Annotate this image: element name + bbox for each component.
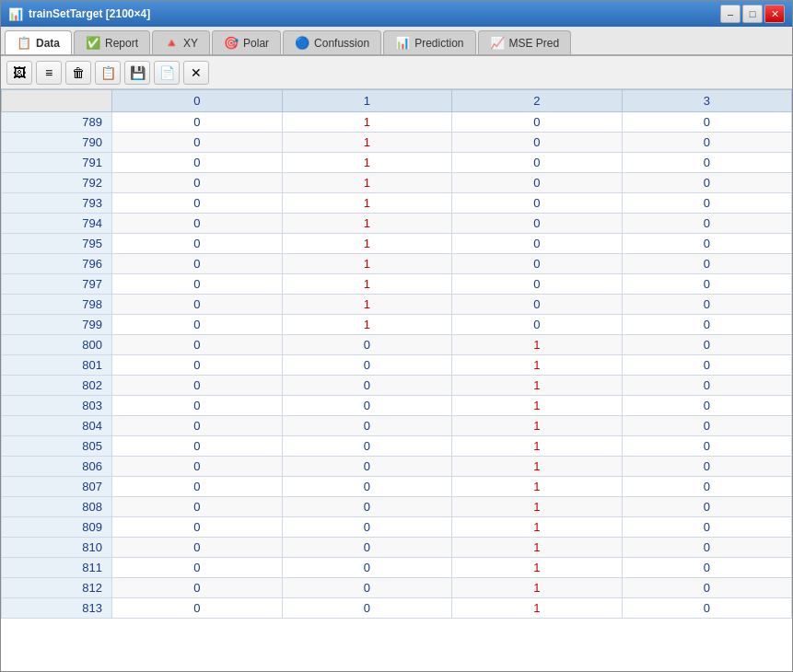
- cell-col-3: 0: [622, 133, 792, 153]
- mse-pred-tab-icon: 📈: [490, 36, 505, 50]
- cell-col-0: 0: [112, 234, 283, 254]
- toolbar-image-btn[interactable]: 🖼: [6, 61, 32, 85]
- toolbar-export-btn[interactable]: 📄: [154, 61, 180, 85]
- row-index: 804: [2, 416, 112, 436]
- cell-col-3: 0: [622, 517, 792, 538]
- cell-col-1: 0: [282, 457, 452, 477]
- cell-col-3: 0: [622, 153, 792, 173]
- toolbar-copy-btn[interactable]: 📋: [95, 61, 121, 85]
- cell-col-0: 0: [112, 355, 283, 376]
- table-row: 7920100: [2, 173, 792, 193]
- toolbar-save-btn[interactable]: 💾: [124, 61, 150, 85]
- cell-col-0: 0: [112, 396, 283, 416]
- cell-col-0: 0: [112, 538, 283, 558]
- tab-polar[interactable]: 🎯 Polar: [212, 30, 281, 54]
- table-row: 7900100: [2, 133, 792, 153]
- table-row: 8100010: [2, 538, 792, 558]
- table-row: 8040010: [2, 416, 792, 436]
- cell-col-0: 0: [112, 517, 283, 538]
- cell-col-2: 1: [452, 355, 623, 376]
- cell-col-0: 0: [112, 193, 283, 214]
- cell-col-1: 0: [282, 517, 452, 538]
- cell-col-3: 0: [622, 193, 792, 214]
- toolbar-close-btn[interactable]: ✕: [183, 61, 209, 85]
- cell-col-0: 0: [112, 112, 283, 133]
- cell-col-3: 0: [622, 295, 792, 315]
- tab-mse-pred[interactable]: 📈 MSE Pred: [478, 30, 572, 54]
- cell-col-0: 0: [112, 477, 283, 497]
- cell-col-2: 1: [452, 517, 623, 538]
- cell-col-3: 0: [622, 558, 792, 578]
- window-title: trainSetTarget [2100×4]: [29, 7, 150, 20]
- toolbar: 🖼 ≡ 🗑 📋 💾 📄 ✕: [1, 56, 792, 89]
- cell-col-3: 0: [622, 173, 792, 193]
- cell-col-3: 0: [622, 477, 792, 497]
- table-row: 7990100: [2, 315, 792, 335]
- prediction-tab-label: Prediction: [414, 37, 463, 50]
- cell-col-0: 0: [112, 133, 283, 153]
- cell-col-0: 0: [112, 558, 283, 578]
- row-index: 813: [2, 598, 112, 619]
- title-bar: 📊 trainSetTarget [2100×4] – □ ✕: [1, 1, 792, 27]
- col-header-index: [2, 90, 112, 112]
- table-row: 7980100: [2, 295, 792, 315]
- cell-col-1: 1: [282, 274, 452, 295]
- row-index: 806: [2, 457, 112, 477]
- row-index: 810: [2, 538, 112, 558]
- title-buttons: – □ ✕: [720, 5, 785, 23]
- tab-report[interactable]: ✅ Report: [74, 30, 150, 54]
- table-row: 8120010: [2, 578, 792, 598]
- maximize-button[interactable]: □: [742, 5, 763, 23]
- cell-col-3: 0: [622, 436, 792, 457]
- cell-col-2: 1: [452, 477, 623, 497]
- row-index: 805: [2, 436, 112, 457]
- tab-confussion[interactable]: 🔵 Confussion: [283, 30, 381, 54]
- row-index: 795: [2, 234, 112, 254]
- row-index: 811: [2, 558, 112, 578]
- cell-col-2: 0: [452, 214, 623, 234]
- confussion-tab-label: Confussion: [314, 37, 369, 50]
- tab-bar: 📋 Data ✅ Report 🔺 XY 🎯 Polar 🔵 Confussio…: [1, 27, 792, 56]
- cell-col-1: 0: [282, 538, 452, 558]
- cell-col-0: 0: [112, 214, 283, 234]
- cell-col-1: 0: [282, 376, 452, 396]
- cell-col-2: 0: [452, 193, 623, 214]
- row-index: 809: [2, 517, 112, 538]
- row-index: 803: [2, 396, 112, 416]
- cell-col-0: 0: [112, 274, 283, 295]
- cell-col-1: 1: [282, 112, 452, 133]
- col-header-0: 0: [112, 90, 283, 112]
- tab-xy[interactable]: 🔺 XY: [152, 30, 210, 54]
- cell-col-3: 0: [622, 274, 792, 295]
- cell-col-3: 0: [622, 112, 792, 133]
- cell-col-2: 1: [452, 497, 623, 517]
- cell-col-1: 0: [282, 598, 452, 619]
- toolbar-menu-btn[interactable]: ≡: [36, 61, 62, 85]
- cell-col-2: 1: [452, 538, 623, 558]
- row-index: 793: [2, 193, 112, 214]
- tab-data[interactable]: 📋 Data: [5, 30, 72, 54]
- window-icon: 📊: [8, 7, 23, 21]
- row-index: 800: [2, 335, 112, 355]
- table-row: 8080010: [2, 497, 792, 517]
- table-row: 8000010: [2, 335, 792, 355]
- close-button[interactable]: ✕: [764, 5, 785, 23]
- polar-tab-icon: 🎯: [224, 36, 239, 50]
- cell-col-1: 1: [282, 153, 452, 173]
- row-index: 802: [2, 376, 112, 396]
- cell-col-0: 0: [112, 497, 283, 517]
- cell-col-1: 1: [282, 295, 452, 315]
- cell-col-3: 0: [622, 214, 792, 234]
- xy-tab-icon: 🔺: [164, 36, 179, 50]
- cell-col-2: 1: [452, 376, 623, 396]
- tab-prediction[interactable]: 📊 Prediction: [383, 30, 475, 54]
- prediction-tab-icon: 📊: [395, 36, 410, 50]
- row-index: 797: [2, 274, 112, 295]
- data-tab-label: Data: [36, 37, 60, 50]
- cell-col-1: 1: [282, 234, 452, 254]
- table-scroll[interactable]: 0 1 2 3 78901007900100791010079201007930…: [1, 89, 792, 671]
- minimize-button[interactable]: –: [720, 5, 741, 23]
- cell-col-3: 0: [622, 376, 792, 396]
- row-index: 790: [2, 133, 112, 153]
- toolbar-delete-btn[interactable]: 🗑: [65, 61, 91, 85]
